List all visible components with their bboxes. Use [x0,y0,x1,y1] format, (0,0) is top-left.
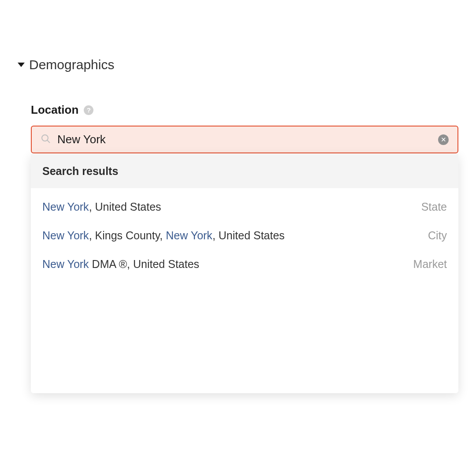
result-text: DMA ®, United States [89,258,199,270]
section-header[interactable]: Demographics [18,57,458,72]
location-label: Location [31,103,78,117]
caret-down-icon [18,63,25,67]
svg-line-1 [47,140,50,143]
result-name: New York, United States [42,201,161,213]
section-title: Demographics [29,57,114,72]
result-text: , Kings County, [89,229,166,242]
result-highlight: New York [42,229,89,242]
result-type: City [428,229,447,242]
result-item[interactable]: New York, Kings County, New York, United… [31,221,458,250]
search-icon [41,134,51,146]
location-field-group: Location ? ✕ Search results New York, Un… [31,103,458,153]
result-type: Market [413,258,447,271]
result-highlight: New York [166,229,212,242]
result-text: , United States [89,201,161,213]
result-highlight: New York [42,201,89,213]
search-results-dropdown: Search results New York, United StatesSt… [31,154,458,393]
clear-icon[interactable]: ✕ [438,134,449,145]
field-label-row: Location ? [31,103,458,117]
svg-point-0 [42,135,48,141]
result-name: New York DMA ®, United States [42,258,199,271]
location-search-wrapper: ✕ Search results New York, United States… [31,126,458,153]
result-item[interactable]: New York DMA ®, United StatesMarket [31,250,458,279]
location-search-box[interactable]: ✕ [31,126,458,153]
result-item[interactable]: New York, United StatesState [31,193,458,221]
results-header: Search results [31,154,458,188]
result-text: , United States [212,229,285,242]
result-name: New York, Kings County, New York, United… [42,229,285,242]
location-search-input[interactable] [57,133,432,146]
help-icon[interactable]: ? [84,105,93,115]
result-highlight: New York [42,258,89,270]
results-list: New York, United StatesStateNew York, Ki… [31,188,458,393]
result-type: State [421,201,447,213]
